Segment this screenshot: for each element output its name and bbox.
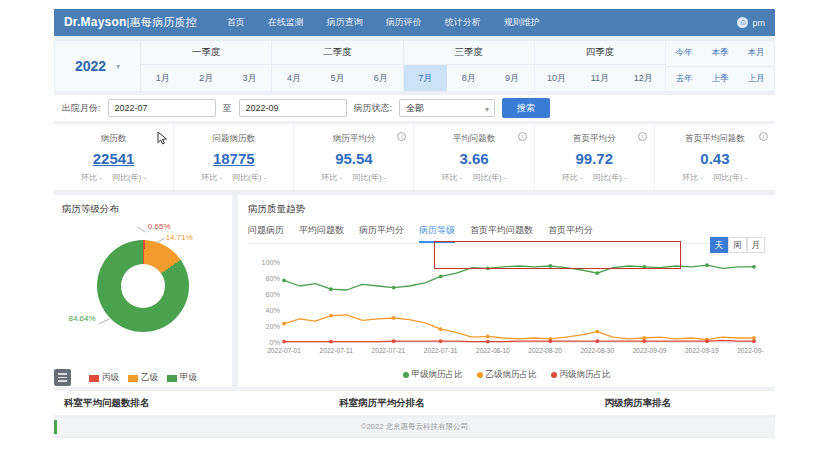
svg-text:2022-07-11: 2022-07-11 [320, 347, 354, 354]
stat-label: 问题病历数 [174, 133, 293, 145]
quarter-q2[interactable]: 二季度 [272, 41, 403, 64]
copyright-text: ©2022 北京惠每云科技有限公司 [361, 422, 468, 432]
trend-legend-item[interactable]: 丙级病历占比 [551, 369, 611, 381]
year-dropdown[interactable]: 2022 ▾ [55, 41, 141, 91]
quality-trend-panel: 病历质量趋势 问题病历 平均问题数 病历平均分 病历等级 首页平均问题数 首页平… [238, 195, 775, 387]
year-value: 2022 [75, 58, 106, 74]
tab-problem-records[interactable]: 问题病历 [248, 224, 284, 243]
month-jun[interactable]: 6月 [359, 65, 402, 91]
nav-item-stat-analysis[interactable]: 统计分析 [445, 16, 481, 29]
shortcut-last-quarter[interactable]: 上季 [702, 67, 738, 92]
period-toggle-group: 天 周 月 [710, 237, 766, 253]
tab-frontpage-avg-problems[interactable]: 首页平均问题数 [470, 224, 533, 243]
user-avatar-icon: ☺ [737, 17, 748, 28]
record-count-link[interactable]: 22541 [54, 150, 173, 167]
legend-dot-icon [477, 372, 483, 378]
month-jan[interactable]: 1月 [141, 65, 184, 91]
shortcut-last-month[interactable]: 上月 [738, 67, 774, 92]
date-from-input[interactable] [108, 99, 216, 117]
mom-text: 环比 - [442, 172, 463, 183]
ranking-title-dept-avg-problems: 科室平均问题数排名 [54, 397, 294, 410]
stat-card-record-count: 病历数 22541 环比 -同比(年) - [54, 124, 174, 190]
stat-label: 病历平均分 [294, 133, 413, 145]
svg-text:80%: 80% [266, 274, 281, 283]
yoy-text: 同比(年) - [112, 172, 146, 183]
months-q4: 10月 11月 12月 [535, 65, 666, 91]
svg-text:0%: 0% [270, 338, 281, 347]
tab-record-grade[interactable]: 病历等级 [419, 224, 455, 243]
period-month-button[interactable]: 月 [747, 237, 766, 253]
shortcut-this-year[interactable]: 今年 [666, 41, 702, 66]
nav-item-record-review[interactable]: 病历评价 [386, 16, 422, 29]
legend-swatch-icon [128, 375, 138, 382]
quarter-q1[interactable]: 一季度 [141, 41, 272, 64]
quarter-q4[interactable]: 四季度 [535, 41, 666, 64]
yoy-text: 同比(年) - [232, 172, 266, 183]
months-q3: 7月 8月 9月 [404, 65, 535, 91]
month-jul-selected[interactable]: 7月 [404, 65, 447, 91]
nav-item-home[interactable]: 首页 [227, 16, 245, 29]
record-status-select[interactable]: 全部 ▾ [399, 99, 495, 117]
month-sep[interactable]: 9月 [490, 65, 533, 91]
month-feb[interactable]: 2月 [184, 65, 227, 91]
quarter-month-grid: 一季度 二季度 三季度 四季度 1月 2月 3月 4月 5月 6月 7月 [141, 41, 666, 91]
app-logo: Dr.Mayson|惠每病历质控 [64, 15, 197, 30]
quarter-q3[interactable]: 三季度 [404, 41, 535, 64]
trend-panel-title: 病历质量趋势 [248, 203, 765, 216]
stat-card-problem-record-count: 问题病历数 18775 环比 -同比(年) - [174, 124, 294, 190]
tab-avg-score[interactable]: 病历平均分 [359, 224, 404, 243]
nav-item-online-monitor[interactable]: 在线监测 [268, 16, 304, 29]
tab-avg-problems[interactable]: 平均问题数 [299, 224, 344, 243]
date-selector-panel: 2022 ▾ 一季度 二季度 三季度 四季度 1月 2月 3月 4月 5月 6月 [54, 40, 775, 92]
period-week-button[interactable]: 周 [728, 237, 747, 253]
rankings-panel: 科室平均问题数排名 科室病历平均分排名 丙级病历率排名 [54, 391, 775, 415]
month-dec[interactable]: 12月 [622, 65, 665, 91]
info-icon[interactable]: i [638, 132, 647, 141]
donut-legend-item[interactable]: 丙级 [89, 372, 119, 384]
info-icon[interactable]: i [759, 132, 768, 141]
svg-text:2022-09-09: 2022-09-09 [633, 347, 667, 354]
trend-legend-item[interactable]: 甲级病历占比 [403, 369, 463, 381]
month-may[interactable]: 5月 [316, 65, 359, 91]
svg-text:2022-07-21: 2022-07-21 [372, 347, 406, 354]
problem-record-count-link[interactable]: 18775 [174, 150, 293, 167]
trend-legend-item[interactable]: 乙级病历占比 [477, 369, 537, 381]
search-button[interactable]: 搜索 [502, 98, 550, 118]
donut-panel-title: 病历等级分布 [62, 203, 224, 216]
top-navbar: Dr.Mayson|惠每病历质控 首页 在线监测 病历查询 病历评价 统计分析 … [54, 9, 775, 36]
chevron-down-icon: ▾ [485, 105, 489, 114]
info-icon[interactable]: i [518, 132, 527, 141]
nav-item-record-query[interactable]: 病历查询 [327, 16, 363, 29]
ranking-title-dept-avg-score: 科室病历平均分排名 [294, 397, 534, 410]
chevron-down-icon: ▾ [116, 62, 120, 71]
donut-legend-item[interactable]: 乙级 [128, 372, 158, 384]
period-day-button[interactable]: 天 [710, 237, 729, 253]
frontpage-avg-problems-value: 0.43 [655, 150, 775, 167]
month-apr[interactable]: 4月 [272, 65, 315, 91]
month-nov[interactable]: 11月 [578, 65, 621, 91]
discharge-month-label: 出院月份: [62, 102, 101, 115]
record-status-value: 全部 [406, 103, 424, 113]
trend-tabs: 问题病历 平均问题数 病历平均分 病历等级 首页平均问题数 首页平均分 [248, 224, 765, 244]
shortcut-last-year[interactable]: 去年 [666, 67, 702, 92]
nav-item-rule-maintain[interactable]: 规则维护 [504, 16, 540, 29]
date-to-input[interactable] [239, 99, 347, 117]
legend-swatch-icon [89, 375, 99, 382]
shortcut-this-month[interactable]: 本月 [738, 41, 774, 66]
svg-text:2022-09-29: 2022-09-29 [737, 347, 764, 354]
donut-legend-item[interactable]: 甲级 [167, 372, 197, 384]
shortcut-this-quarter[interactable]: 本季 [702, 41, 738, 66]
donut-ring [97, 240, 189, 332]
legend-dot-icon [403, 372, 409, 378]
month-oct[interactable]: 10月 [535, 65, 578, 91]
tab-frontpage-avg-score[interactable]: 首页平均分 [548, 224, 593, 243]
month-mar[interactable]: 3月 [228, 65, 271, 91]
month-aug[interactable]: 8月 [447, 65, 490, 91]
grade-distribution-panel: 病历等级分布 0.65% 14.71% 84.64% 丙级乙级甲级 [54, 195, 232, 387]
mom-text: 环比 - [562, 172, 583, 183]
user-menu[interactable]: ☺ pm [737, 17, 765, 28]
footer-bar: ©2022 北京惠每云科技有限公司 [54, 418, 775, 436]
donut-legend: 丙级乙级甲级 [62, 372, 224, 384]
stat-card-frontpage-avg-problems: i 首页平均问题数 0.43 环比 -同比(年) - [655, 124, 775, 190]
side-menu-toggle-button[interactable] [54, 369, 71, 386]
